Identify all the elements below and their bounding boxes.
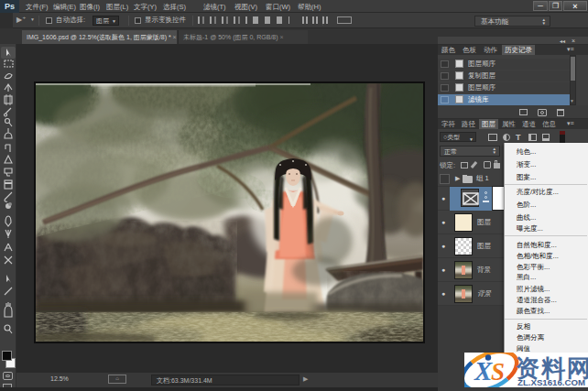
svg-text:X: X <box>474 356 493 386</box>
svg-text:S: S <box>491 358 505 386</box>
svg-text:ZL.XS1616.COM: ZL.XS1616.COM <box>517 378 585 387</box>
